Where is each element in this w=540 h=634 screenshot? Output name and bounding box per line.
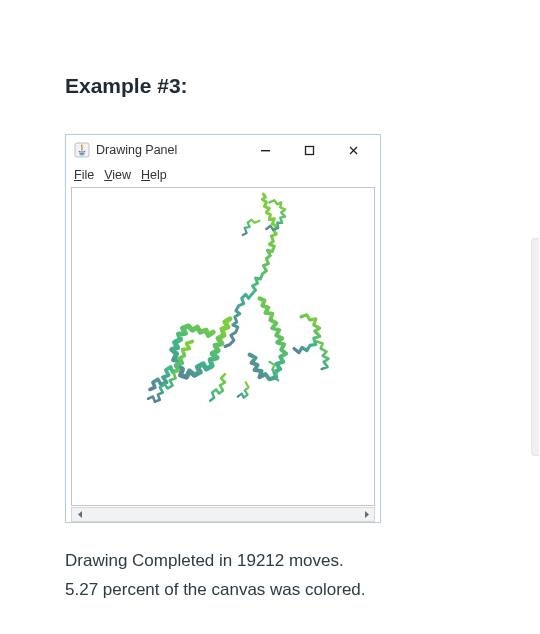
svg-rect-2 <box>305 146 313 154</box>
scroll-left-arrow-icon[interactable] <box>72 508 88 521</box>
page-scroll-indicator <box>531 238 539 456</box>
example-heading: Example #3: <box>65 74 540 98</box>
window-titlebar: Drawing Panel <box>66 135 380 165</box>
close-button[interactable] <box>334 139 372 161</box>
canvas-container <box>66 187 380 522</box>
minimize-button[interactable] <box>246 139 284 161</box>
menubar: File View Help <box>66 165 380 187</box>
caption-moves: Drawing Completed in 19212 moves. <box>65 547 540 576</box>
result-caption: Drawing Completed in 19212 moves. 5.27 p… <box>65 547 540 605</box>
scroll-track[interactable] <box>88 508 358 521</box>
caption-percent: 5.27 percent of the canvas was colored. <box>65 576 540 605</box>
window-title: Drawing Panel <box>96 143 177 157</box>
svg-rect-1 <box>261 150 270 151</box>
menu-file[interactable]: File <box>74 168 94 182</box>
maximize-button[interactable] <box>290 139 328 161</box>
scroll-right-arrow-icon[interactable] <box>358 508 374 521</box>
document-content: Example #3: Drawing Panel <box>0 0 540 605</box>
drawing-panel-window: Drawing Panel File View Help <box>65 134 381 523</box>
horizontal-scrollbar[interactable] <box>71 507 375 522</box>
menu-help[interactable]: Help <box>141 168 167 182</box>
menu-view[interactable]: View <box>104 168 131 182</box>
drawing-canvas <box>71 187 375 506</box>
java-app-icon <box>74 142 90 158</box>
